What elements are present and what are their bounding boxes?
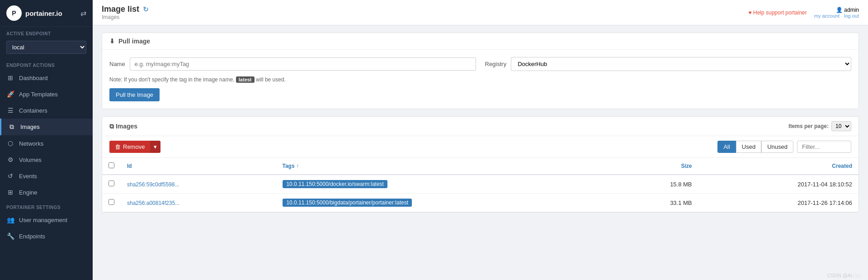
filter-unused-button[interactable]: Unused: [761, 141, 793, 153]
endpoints-icon: 🔧: [6, 233, 14, 240]
footer: CSDN @Ai □ □: [93, 271, 868, 280]
row-size: 33.1 MB: [616, 194, 698, 212]
table-body: sha256:59c0df5598... 10.0.11.150:5000/do…: [102, 175, 859, 212]
sidebar-item-volumes[interactable]: ⚙ Volumes: [0, 152, 93, 168]
pull-image-button[interactable]: Pull the Image: [109, 88, 160, 101]
topbar: Image list ↻ Images ♥ Help support porta…: [93, 0, 868, 25]
sidebar-item-volumes-label: Volumes: [19, 157, 42, 163]
sidebar-item-containers[interactable]: ☰ Containers: [0, 102, 93, 119]
events-icon: ↺: [6, 172, 14, 180]
pull-image-card: ⬇ Pull image Name Registry DockerHub: [102, 33, 859, 109]
sidebar-item-endpoints[interactable]: 🔧 Endpoints: [0, 228, 93, 244]
download-icon: ⬇: [109, 38, 115, 45]
page-title: Image list ↻: [102, 5, 149, 14]
filter-all-button[interactable]: All: [717, 141, 736, 153]
select-all-checkbox[interactable]: [108, 162, 114, 168]
sidebar-item-networks-label: Networks: [19, 140, 43, 147]
row-tags: 10.0.11.150:5000/docker.io/swarm:latest: [276, 175, 616, 194]
sidebar-item-dashboard-label: Dashboard: [19, 75, 48, 81]
row-id: sha256:59c0df5598...: [121, 175, 276, 194]
images-section-title: ⧉ Images: [109, 123, 137, 130]
my-account-link[interactable]: my account: [814, 13, 840, 19]
row-checkbox[interactable]: [108, 180, 114, 186]
id-column-header[interactable]: Id: [121, 158, 276, 175]
images-table-card: ⧉ Images Items per page: 10 🗑 Remove ▾: [102, 116, 859, 213]
sidebar-item-containers-label: Containers: [19, 107, 47, 114]
created-column-header[interactable]: Created: [698, 158, 859, 175]
items-per-page-select[interactable]: 10: [831, 121, 851, 131]
note-row: Note: If you don't specify the tag in th…: [109, 76, 851, 83]
containers-icon: ☰: [6, 107, 14, 114]
images-icon: ⧉: [8, 123, 16, 131]
endpoint-select[interactable]: local: [6, 41, 86, 54]
table-row: sha256:a00814f235... 10.0.11.150:5000/bi…: [102, 194, 859, 212]
remove-button[interactable]: 🗑 Remove: [109, 141, 150, 153]
table-header: Id Tags ↑ Size Created: [102, 158, 859, 175]
select-all-header: [102, 158, 121, 175]
sha-link[interactable]: sha256:a00814f235...: [127, 200, 179, 206]
active-endpoint-label: ACTIVE ENDPOINT: [0, 27, 93, 38]
admin-links: my account log out: [814, 13, 859, 19]
row-size: 15.8 MB: [616, 175, 698, 194]
dashboard-icon: ⊞: [6, 74, 14, 81]
registry-select[interactable]: DockerHub: [511, 57, 851, 71]
filter-button-group: All Used Unused: [717, 141, 793, 153]
pull-form-row: Name Registry DockerHub: [109, 57, 851, 71]
sidebar-item-user-management-label: User management: [19, 217, 67, 223]
pull-image-header: ⬇ Pull image: [102, 33, 859, 50]
transfer-icon[interactable]: ⇄: [80, 9, 86, 18]
sidebar-item-networks[interactable]: ⬡ Networks: [0, 135, 93, 152]
sidebar-logo-text: portainer.io: [25, 9, 62, 17]
tag-badge[interactable]: 10.0.11.150:5000/bigdata/portainer/porta…: [283, 199, 412, 207]
refresh-icon[interactable]: ↻: [143, 5, 149, 14]
main-content: Image list ↻ Images ♥ Help support porta…: [93, 0, 868, 280]
endpoint-select-wrap: local: [0, 38, 93, 58]
admin-section: 👤 admin my account log out: [814, 7, 859, 19]
sidebar-item-events-label: Events: [19, 173, 37, 180]
breadcrumb: Images: [102, 14, 149, 20]
sidebar: P portainer.io ⇄ ACTIVE ENDPOINT local E…: [0, 0, 93, 280]
registry-form-group: Registry DockerHub: [485, 57, 852, 71]
name-label: Name: [109, 61, 125, 67]
row-checkbox-cell: [102, 194, 121, 212]
row-created: 2017-11-04 18:10:52: [698, 175, 859, 194]
table-toolbar: 🗑 Remove ▾ All Used Unused: [102, 136, 859, 158]
filter-group: All Used Unused: [717, 141, 851, 153]
sha-link[interactable]: sha256:59c0df5598...: [127, 181, 179, 188]
table-row: sha256:59c0df5598... 10.0.11.150:5000/do…: [102, 175, 859, 194]
sidebar-item-dashboard[interactable]: ⊞ Dashboard: [0, 70, 93, 86]
filter-used-button[interactable]: Used: [736, 141, 761, 153]
sidebar-item-events[interactable]: ↺ Events: [0, 168, 93, 184]
tag-badge[interactable]: 10.0.11.150:5000/docker.io/swarm:latest: [283, 180, 387, 188]
sidebar-item-app-templates[interactable]: 🚀 App Templates: [0, 86, 93, 102]
sidebar-item-app-templates-label: App Templates: [19, 91, 58, 98]
remove-group: 🗑 Remove ▾: [109, 141, 160, 153]
topbar-right: ♥ Help support portainer 👤 admin my acco…: [749, 7, 859, 19]
size-column-header[interactable]: Size: [616, 158, 698, 175]
row-checkbox[interactable]: [108, 199, 114, 205]
networks-icon: ⬡: [6, 140, 14, 147]
watermark-text: CSDN @Ai □ □: [827, 273, 861, 278]
sidebar-item-engine[interactable]: ⊞ Engine: [0, 184, 93, 200]
endpoint-actions-label: ENDPOINT ACTIONS: [0, 58, 93, 70]
tags-column-header[interactable]: Tags ↑: [276, 158, 616, 175]
page-title-text: Image list: [102, 5, 139, 14]
sidebar-item-images-label: Images: [20, 123, 40, 130]
row-tags: 10.0.11.150:5000/bigdata/portainer/porta…: [276, 194, 616, 212]
sidebar-item-user-management[interactable]: 👥 User management: [0, 212, 93, 228]
user-management-icon: 👥: [6, 216, 14, 223]
remove-caret-button[interactable]: ▾: [150, 141, 160, 153]
log-out-link[interactable]: log out: [844, 13, 859, 19]
help-link[interactable]: ♥ Help support portainer: [749, 9, 807, 16]
copy-icon: ⧉: [109, 123, 114, 130]
filter-input[interactable]: [797, 141, 851, 153]
registry-label: Registry: [485, 61, 507, 67]
name-input[interactable]: [130, 57, 476, 71]
row-created: 2017-11-26 17:14:06: [698, 194, 859, 212]
items-per-page: Items per page: 10: [788, 121, 851, 131]
app-templates-icon: 🚀: [6, 90, 14, 98]
engine-icon: ⊞: [6, 189, 14, 196]
sidebar-item-endpoints-label: Endpoints: [19, 233, 45, 240]
pull-image-body: Name Registry DockerHub Note: If you don…: [102, 50, 859, 109]
sidebar-item-images[interactable]: ⧉ Images: [0, 119, 93, 135]
